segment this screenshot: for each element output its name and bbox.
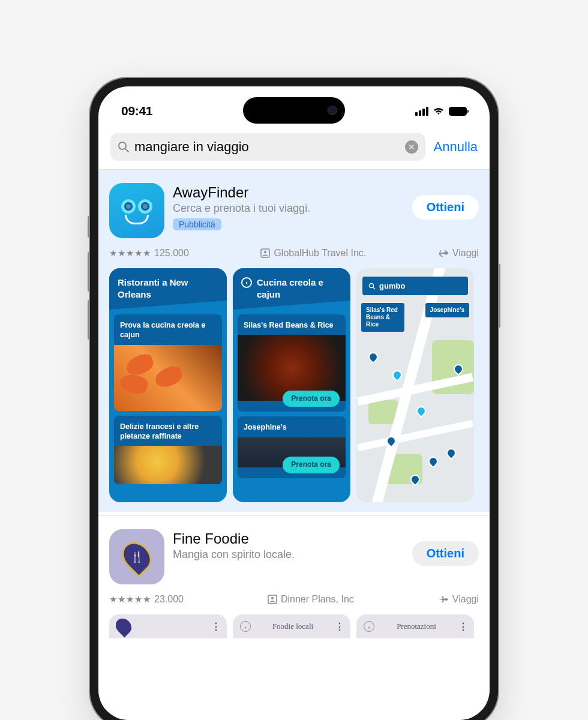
status-time: 09:41: [121, 104, 152, 118]
app-icon-finefoodie: 🍴: [109, 529, 164, 584]
svg-line-5: [373, 287, 375, 289]
more-icon: ⋮: [335, 621, 343, 632]
rating-count: 125.000: [154, 248, 189, 259]
shot-card: Delizie francesi e altre pietanze raffin…: [114, 416, 222, 485]
app-logo-icon: [113, 616, 135, 638]
svg-point-0: [119, 142, 126, 149]
category-name: Viaggi: [452, 248, 479, 259]
book-button: Prenota ora: [283, 391, 340, 407]
screenshot-2: ‹ Cucina creola e cajun Silas's Red Bean…: [233, 268, 350, 502]
shot-card: Josephine's Prenota ora: [238, 416, 346, 478]
category-name: Viaggi: [452, 594, 479, 605]
svg-point-7: [271, 597, 274, 599]
map-pin-icon: [445, 446, 458, 460]
search-icon: [368, 283, 376, 290]
organic-result[interactable]: 🍴 Fine Foodie Mangia con spirito locale.…: [98, 515, 490, 638]
developer-icon: [268, 595, 277, 604]
category: Viaggi: [438, 248, 479, 259]
svg-point-4: [370, 283, 374, 287]
volume-down: [88, 300, 90, 340]
rating: ★★★★★ 23.000: [109, 594, 184, 605]
category: Viaggi: [438, 594, 479, 605]
map-pin-icon: [415, 404, 428, 418]
back-icon: ‹: [241, 277, 252, 288]
book-button: Prenota ora: [283, 457, 340, 473]
star-icon: ★★★★★: [109, 248, 151, 259]
back-icon: ‹: [240, 621, 251, 632]
shot-title: ‹ Cucina creola e cajun: [233, 268, 350, 310]
app-meta-row: ★★★★★ 125.000 GlobalHub Travel Inc. Viag…: [109, 248, 479, 259]
developer-name: GlobalHub Travel Inc.: [274, 248, 366, 259]
map-label: Silas's Red Beans & Rice: [361, 303, 404, 332]
front-camera: [328, 106, 337, 115]
screenshot-gallery[interactable]: ⋮ ‹ Foodie locali ⋮ ‹ Prenotazioni ⋮: [109, 614, 479, 638]
wifi-icon: [433, 107, 445, 116]
svg-line-1: [125, 149, 128, 152]
app-name: AwayFinder: [173, 184, 404, 201]
rating-count: 23.000: [154, 594, 184, 605]
back-icon: ‹: [364, 621, 374, 632]
screenshot-1: ⋮: [109, 614, 227, 638]
star-icon: ★★★★★: [109, 594, 151, 605]
get-button[interactable]: Ottieni: [412, 541, 479, 566]
map-pin-icon: [391, 368, 404, 382]
shot-card: Prova la cucina creola e cajun: [114, 314, 222, 411]
shot-title: Ristoranti a New Orleans: [109, 268, 227, 310]
screenshot-gallery[interactable]: Ristoranti a New Orleans Prova la cucina…: [109, 268, 479, 502]
mute-switch: [88, 216, 90, 238]
rating: ★★★★★ 125.000: [109, 248, 189, 259]
search-query: mangiare in viaggio: [134, 139, 400, 155]
status-icons: [415, 107, 467, 116]
svg-point-3: [264, 251, 266, 253]
screenshot-3: ‹ Prenotazioni ⋮: [356, 614, 474, 638]
plane-icon: [438, 248, 449, 258]
map-label: Josephine's: [425, 303, 469, 317]
developer-icon: [260, 248, 270, 258]
battery-icon: [449, 107, 467, 116]
more-icon: ⋮: [211, 621, 220, 632]
app-icon-awayfinder: [109, 183, 164, 238]
map-pin-icon: [367, 350, 380, 364]
power-button: [498, 264, 500, 328]
developer: GlobalHub Travel Inc.: [260, 248, 366, 259]
app-name: Fine Foodie: [173, 530, 404, 547]
clear-search-button[interactable]: ✕: [405, 140, 418, 154]
app-subtitle: Cerca e prenota i tuoi viaggi.: [173, 202, 404, 215]
screenshot-3: gumbo Silas's Red Beans & Rice Josephine…: [356, 268, 474, 502]
app-subtitle: Mangia con spirito locale.: [173, 548, 404, 561]
plane-icon: [438, 595, 449, 604]
phone-frame: 09:41 mangiare in viaggio ✕ Annulla: [90, 78, 498, 720]
phone-screen: 09:41 mangiare in viaggio ✕ Annulla: [98, 86, 490, 720]
developer: Dinner Plans, Inc: [268, 594, 354, 605]
map-pin-icon: [427, 455, 440, 469]
volume-up: [88, 252, 90, 292]
screenshot-2: ‹ Foodie locali ⋮: [233, 614, 350, 638]
developer-name: Dinner Plans, Inc: [281, 594, 354, 605]
sponsored-result[interactable]: AwayFinder Cerca e prenota i tuoi viaggi…: [98, 170, 490, 512]
app-meta-row: ★★★★★ 23.000 Dinner Plans, Inc Viaggi: [109, 594, 479, 605]
screenshot-1: Ristoranti a New Orleans Prova la cucina…: [109, 268, 227, 502]
get-button[interactable]: Ottieni: [412, 195, 479, 220]
search-field[interactable]: mangiare in viaggio ✕: [110, 133, 425, 161]
search-icon: [118, 141, 130, 153]
dynamic-island: [243, 97, 345, 124]
cancel-button[interactable]: Annulla: [434, 139, 478, 155]
search-row: mangiare in viaggio ✕ Annulla: [98, 127, 490, 170]
map-search: gumbo: [362, 277, 468, 295]
more-icon: ⋮: [458, 621, 467, 632]
ad-badge: Pubblicità: [173, 218, 221, 230]
shot-card: Silas's Red Beans & Rice Prenota ora: [238, 314, 346, 412]
cellular-icon: [415, 107, 428, 116]
